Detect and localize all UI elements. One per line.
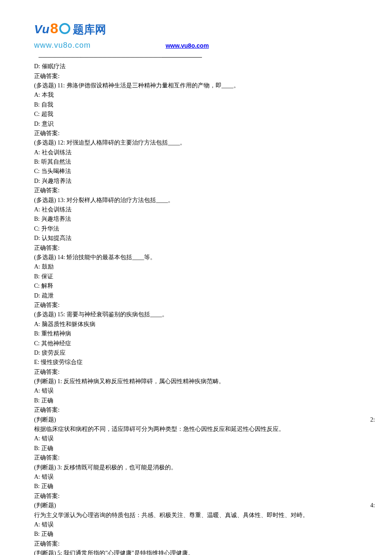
text-line: B: 听其自然法 <box>34 157 375 167</box>
text-line: D: 疲劳反应 <box>34 348 375 358</box>
text-line: 正确答案: <box>34 491 375 501</box>
text-line: B: 保证 <box>34 272 375 281</box>
text-line: B: 自我 <box>34 100 375 110</box>
text-line: C: 解释 <box>34 281 375 291</box>
text-line: D: 意识 <box>34 119 375 129</box>
question-line: (判断题) 4: <box>34 501 375 510</box>
text-line: 正确答案: <box>34 539 375 549</box>
logo-number-8: 8 <box>50 17 58 40</box>
question-line: (判断题) 2: <box>34 415 375 425</box>
page-header: V u 8 题库网 www.vu8o.com www.vu8o.com <box>34 17 375 52</box>
text-line: B: 正确 <box>34 444 375 453</box>
text-line: (多选题) 12: 对强迫型人格障碍的主要治疗方法包括____。 <box>34 138 375 147</box>
logo-graphic: V u 8 题库网 <box>34 17 106 40</box>
text-line: B: 正确 <box>34 529 375 539</box>
text-line: E: 慢性疲劳综合症 <box>34 358 375 367</box>
site-link[interactable]: www.vu8o.com <box>166 42 209 49</box>
text-line: (判断题) 1: 反应性精神病又称反应性精神障碍，属心因性精神疾病范畴。 <box>34 377 375 386</box>
logo-chinese-text: 题库网 <box>73 21 106 38</box>
text-line: D: 催眠疗法 <box>34 62 375 71</box>
logo-letter-u: u <box>42 20 49 38</box>
text-line: D: 疏泄 <box>34 291 375 301</box>
text-line: B: 正确 <box>34 482 375 491</box>
text-line: A: 本我 <box>34 90 375 100</box>
text-line: (多选题) 11: 弗洛伊德假设精神生活是三种精神力量相互作用的产物，即____… <box>34 81 375 90</box>
text-line: 正确答案: <box>34 129 375 138</box>
text-line: A: 社会训练法 <box>34 148 375 157</box>
text-line: (判断题) 5: 我们通常所指的"心理健康"是特指维持心理健康。 <box>34 549 375 555</box>
site-logo: V u 8 题库网 www.vu8o.com <box>34 17 106 52</box>
question-prefix: (判断题) <box>34 416 56 423</box>
logo-letter-v: V <box>34 20 42 38</box>
text-line: C: 升华法 <box>34 224 375 234</box>
text-line: (判断题) 3: 反移情既可能是积极的，也可能是消极的。 <box>34 463 375 472</box>
text-line: A: 错误 <box>34 520 375 529</box>
text-line: B: 重性精神病 <box>34 329 375 338</box>
text-line: 正确答案: <box>34 72 375 81</box>
question-text: 根据临床症状和病程的不同，适应障碍可分为两种类型：急性心因性反应和延迟性心因性反… <box>34 425 375 434</box>
question-number: 4: <box>370 501 375 510</box>
text-line: 正确答案: <box>34 186 375 195</box>
question-prefix: (判断题) <box>34 502 56 509</box>
logo-url-text: www.vu8o.com <box>34 40 106 52</box>
logo-circle-icon <box>59 23 70 34</box>
text-line: 正确答案: <box>34 243 375 253</box>
text-line: A: 脑器质性和躯体疾病 <box>34 320 375 329</box>
text-line: A: 错误 <box>34 386 375 396</box>
header-divider: ----------------------------------------… <box>34 53 375 61</box>
text-line: D: 兴趣培养法 <box>34 176 375 186</box>
question-text: 行为主义学派认为心理咨询的特质包括：共感、积极关注、尊重、温暖、真诚、具体性、即… <box>34 511 375 520</box>
text-line: (多选题) 13: 对分裂样人格障碍的治疗方法包括____。 <box>34 196 375 205</box>
text-line: A: 鼓励 <box>34 262 375 272</box>
question-number: 2: <box>370 415 375 425</box>
text-line: C: 其他神经症 <box>34 339 375 348</box>
text-line: 正确答案: <box>34 301 375 310</box>
text-line: C: 超我 <box>34 110 375 119</box>
text-line: 正确答案: <box>34 367 375 377</box>
text-line: C: 当头喝棒法 <box>34 167 375 176</box>
header-link-wrap: www.vu8o.com <box>166 41 209 51</box>
text-line: (多选题) 15: 需要与神经衰弱鉴别的疾病包括____。 <box>34 310 375 319</box>
text-line: 正确答案: <box>34 405 375 415</box>
text-line: 正确答案: <box>34 453 375 462</box>
text-line: A: 社会训练法 <box>34 205 375 214</box>
document-page: V u 8 题库网 www.vu8o.com www.vu8o.com ----… <box>0 0 392 555</box>
text-line: A: 错误 <box>34 472 375 482</box>
document-content: D: 催眠疗法正确答案:(多选题) 11: 弗洛伊德假设精神生活是三种精神力量相… <box>34 62 375 555</box>
text-line: B: 兴趣培养法 <box>34 214 375 224</box>
text-line: A: 错误 <box>34 434 375 443</box>
text-line: (多选题) 14: 矫治技能中的最基本包括____等。 <box>34 253 375 262</box>
text-line: B: 正确 <box>34 396 375 405</box>
text-line: D: 认知提高法 <box>34 234 375 243</box>
